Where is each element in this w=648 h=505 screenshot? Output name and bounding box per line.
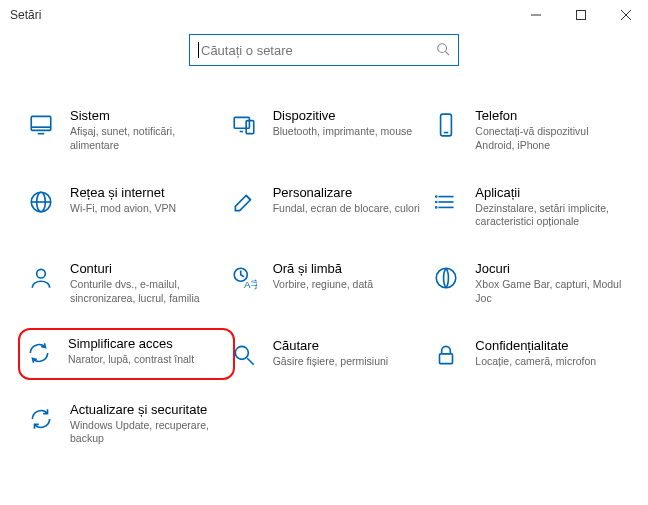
svg-point-20: [436, 196, 437, 197]
tile-devices[interactable]: Dispozitive Bluetooth, imprimante, mouse: [227, 104, 430, 157]
svg-point-4: [438, 43, 447, 52]
tile-subtitle: Xbox Game Bar, capturi, Modul Joc: [475, 278, 625, 305]
svg-rect-1: [576, 11, 585, 20]
globe-icon: [26, 187, 56, 217]
tile-subtitle: Narator, lupă, contrast înalt: [68, 353, 194, 367]
tile-title: Simplificare acces: [68, 336, 194, 352]
tile-title: Căutare: [273, 338, 389, 354]
search-input[interactable]: Căutați o setare: [189, 34, 459, 66]
tile-title: Telefon: [475, 108, 625, 124]
svg-rect-9: [234, 117, 249, 128]
tile-title: Personalizare: [273, 185, 420, 201]
magnifier-icon: [229, 340, 259, 370]
svg-point-22: [436, 206, 437, 207]
ease-of-access-icon: [24, 338, 54, 368]
tile-gaming[interactable]: Jocuri Xbox Game Bar, capturi, Modul Joc: [429, 257, 632, 310]
text-cursor: [198, 42, 199, 58]
maximize-icon: [576, 10, 586, 20]
close-button[interactable]: [603, 0, 648, 30]
minimize-button[interactable]: [513, 0, 558, 30]
tile-title: Actualizare și securitate: [70, 402, 220, 418]
svg-point-27: [235, 346, 248, 359]
time-language-icon: A字: [229, 263, 259, 293]
tile-personalization[interactable]: Personalizare Fundal, ecran de blocare, …: [227, 181, 430, 234]
tile-title: Aplicații: [475, 185, 625, 201]
tile-title: Sistem: [70, 108, 220, 124]
system-icon: [26, 110, 56, 140]
close-icon: [621, 10, 631, 20]
tile-subtitle: Vorbire, regiune, dată: [273, 278, 373, 292]
person-icon: [26, 263, 56, 293]
tile-subtitle: Wi-Fi, mod avion, VPN: [70, 202, 176, 216]
tile-apps[interactable]: Aplicații Dezinstalare, setări implicite…: [429, 181, 632, 234]
gaming-icon: [431, 263, 461, 293]
tile-subtitle: Afișaj, sunet, notificări, alimentare: [70, 125, 220, 152]
settings-grid: Sistem Afișaj, sunet, notificări, alimen…: [0, 76, 648, 450]
search-area: Căutați o setare: [0, 30, 648, 76]
maximize-button[interactable]: [558, 0, 603, 30]
tile-title: Oră și limbă: [273, 261, 373, 277]
lock-icon: [431, 340, 461, 370]
tile-subtitle: Conturile dvs., e-mailul, sincronizarea,…: [70, 278, 220, 305]
tile-system[interactable]: Sistem Afișaj, sunet, notificări, alimen…: [24, 104, 227, 157]
tile-subtitle: Găsire fișiere, permisiuni: [273, 355, 389, 369]
tile-title: Rețea și internet: [70, 185, 176, 201]
svg-line-28: [247, 358, 254, 365]
tile-subtitle: Bluetooth, imprimante, mouse: [273, 125, 412, 139]
tile-title: Dispozitive: [273, 108, 412, 124]
svg-point-21: [436, 201, 437, 202]
brush-icon: [229, 187, 259, 217]
tile-subtitle: Conectați-vă dispozitivul Android, iPhon…: [475, 125, 625, 152]
titlebar: Setări: [0, 0, 648, 30]
tile-accounts[interactable]: Conturi Conturile dvs., e-mailul, sincro…: [24, 257, 227, 310]
svg-line-5: [446, 51, 450, 55]
tile-ease-of-access[interactable]: Simplificare acces Narator, lupă, contra…: [18, 328, 235, 380]
tile-network[interactable]: Rețea și internet Wi-Fi, mod avion, VPN: [24, 181, 227, 234]
tile-search[interactable]: Căutare Găsire fișiere, permisiuni: [227, 334, 430, 374]
tile-update-security[interactable]: Actualizare și securitate Windows Update…: [24, 398, 227, 451]
search-placeholder: Căutați o setare: [201, 43, 436, 58]
apps-icon: [431, 187, 461, 217]
window-title: Setări: [0, 8, 41, 22]
tile-title: Confidențialitate: [475, 338, 596, 354]
svg-point-26: [437, 268, 457, 288]
tile-subtitle: Locație, cameră, microfon: [475, 355, 596, 369]
tile-subtitle: Dezinstalare, setări implicite, caracter…: [475, 202, 625, 229]
tile-privacy[interactable]: Confidențialitate Locație, cameră, micro…: [429, 334, 632, 374]
svg-text:A字: A字: [244, 279, 257, 290]
tile-subtitle: Windows Update, recuperare, backup: [70, 419, 220, 446]
phone-icon: [431, 110, 461, 140]
svg-rect-29: [440, 354, 453, 364]
update-icon: [26, 404, 56, 434]
minimize-icon: [531, 10, 541, 20]
search-icon: [436, 42, 450, 59]
svg-point-23: [37, 269, 46, 278]
svg-rect-6: [31, 116, 51, 130]
tile-time-language[interactable]: A字 Oră și limbă Vorbire, regiune, dată: [227, 257, 430, 310]
devices-icon: [229, 110, 259, 140]
tile-title: Jocuri: [475, 261, 625, 277]
tile-title: Conturi: [70, 261, 220, 277]
tile-phone[interactable]: Telefon Conectați-vă dispozitivul Androi…: [429, 104, 632, 157]
tile-subtitle: Fundal, ecran de blocare, culori: [273, 202, 420, 216]
